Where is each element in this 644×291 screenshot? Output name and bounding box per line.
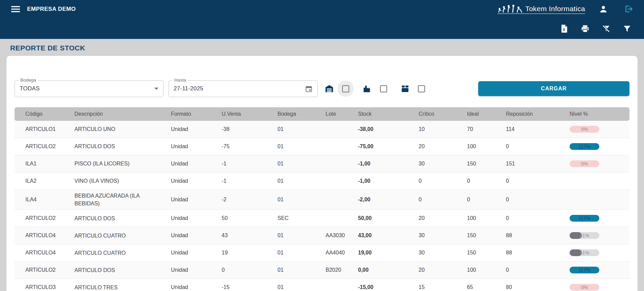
bodega-label: Bodega bbox=[19, 77, 38, 83]
bodega-value: TODAS bbox=[20, 85, 40, 92]
cell-bodega: 01 bbox=[277, 176, 326, 186]
table-header-row: CódigoDescripciónFormatoU.VentaBodegaLot… bbox=[15, 107, 629, 121]
cell-stock: 19,00 bbox=[358, 248, 419, 258]
hasta-date-field[interactable]: Hasta 27-11-2025 bbox=[169, 80, 318, 97]
cell-descripcion: VINO (ILA VINOS) bbox=[74, 175, 171, 187]
cell-lote bbox=[326, 162, 358, 166]
cell-ideal: 150 bbox=[467, 230, 506, 241]
cell-uventa: -2 bbox=[222, 195, 277, 205]
cell-critico: 30 bbox=[419, 230, 467, 241]
cell-ideal: 65 bbox=[467, 282, 506, 291]
brand-name: Tokem Informatica bbox=[525, 5, 585, 13]
cell-codigo: ARTICULO4 bbox=[25, 248, 74, 258]
cell-formato: Unidad bbox=[171, 176, 222, 186]
person-icon bbox=[599, 5, 608, 14]
table-row: ARTICULO3ARTICULO TRESUnidad-1501-15,001… bbox=[15, 279, 629, 291]
cell-nivel: 117% bbox=[570, 213, 629, 224]
page-title: REPORTE DE STOCK bbox=[0, 39, 644, 56]
cell-nivel: 0% bbox=[570, 124, 629, 135]
cell-bodega: SEC bbox=[277, 213, 326, 223]
cell-formato: Unidad bbox=[171, 124, 222, 134]
cell-critico: 20 bbox=[419, 141, 467, 152]
package-checkbox[interactable] bbox=[413, 81, 429, 97]
bodega-select[interactable]: Bodega TODAS bbox=[15, 80, 163, 97]
evolution-logo-icon bbox=[497, 4, 524, 13]
factory-checkbox[interactable] bbox=[375, 81, 392, 97]
table-row: ARTICULO2ARTICULO DOSUnidad-7501-75,0020… bbox=[15, 138, 629, 155]
nivel-progress-pill: 41% bbox=[570, 249, 599, 256]
cell-uventa: -15 bbox=[222, 282, 277, 291]
column-header-stock: Stock bbox=[358, 111, 419, 117]
cell-descripcion: ARTICULO DOS bbox=[74, 140, 171, 152]
cell-stock: -15,00 bbox=[358, 282, 419, 291]
calendar-picker-button[interactable] bbox=[305, 85, 313, 93]
cell-reposicion: 88 bbox=[506, 230, 570, 241]
cell-uventa: 19 bbox=[222, 248, 277, 258]
account-button[interactable] bbox=[597, 2, 610, 16]
cell-stock: 43,00 bbox=[358, 230, 419, 241]
cell-stock: 0,00 bbox=[358, 265, 419, 275]
cell-critico: 15 bbox=[419, 282, 467, 291]
cell-ideal: 100 bbox=[467, 265, 506, 275]
cell-reposicion: 80 bbox=[506, 282, 570, 291]
cell-ideal: 150 bbox=[467, 159, 506, 169]
cell-codigo: ILA2 bbox=[25, 176, 74, 186]
warehouse-checkbox[interactable] bbox=[337, 81, 354, 97]
print-button[interactable] bbox=[578, 22, 592, 36]
excel-export-button[interactable]: x bbox=[557, 22, 571, 36]
column-header-nivel: Nivel % bbox=[570, 111, 629, 117]
cell-descripcion: ARTICULO DOS bbox=[74, 212, 171, 224]
filter-icon bbox=[623, 24, 631, 33]
cell-codigo: ARTICULO2 bbox=[25, 141, 74, 152]
cell-bodega: 01 bbox=[277, 282, 326, 291]
cell-bodega: 01 bbox=[277, 248, 326, 258]
column-header-codigo: Código bbox=[25, 111, 74, 117]
pill-label: 41% bbox=[580, 232, 589, 239]
table-body: ARTICULO1ARTICULO UNOUnidad-3801-38,0010… bbox=[15, 121, 629, 291]
checkbox-icon bbox=[418, 85, 425, 92]
table-row: ILA2VINO (ILA VINOS)Unidad-101-1,00000 bbox=[15, 173, 629, 190]
cell-ideal: 100 bbox=[467, 141, 506, 152]
cell-ideal: 0 bbox=[467, 195, 506, 205]
nivel-progress-pill: 117% bbox=[570, 215, 599, 222]
cell-reposicion: 0 bbox=[506, 141, 570, 152]
cargar-button[interactable]: CARGAR bbox=[478, 81, 629, 96]
filter-clear-button[interactable] bbox=[599, 22, 613, 36]
cell-uventa: 0 bbox=[222, 265, 277, 275]
cell-codigo: ILA4 bbox=[25, 195, 74, 205]
cell-nivel: 0% bbox=[570, 158, 629, 169]
cell-codigo: ARTICULO1 bbox=[25, 124, 74, 134]
cell-descripcion: ARTICULO TRES bbox=[74, 282, 171, 291]
cell-descripcion: ARTICULO CUATRO bbox=[74, 247, 171, 259]
cell-ideal: 70 bbox=[467, 124, 506, 134]
cell-ideal: 0 bbox=[467, 176, 506, 186]
cell-formato: Unidad bbox=[171, 195, 222, 205]
hasta-value: 27-11-2025 bbox=[174, 85, 203, 92]
checkbox-icon bbox=[342, 85, 349, 92]
cell-lote bbox=[326, 179, 358, 183]
table-row: ILA1PISCO (ILA LICORES)Unidad-101-1,0030… bbox=[15, 155, 629, 173]
cell-bodega: 01 bbox=[277, 230, 326, 241]
table-row: ARTICULO2ARTICULO DOSUnidad001B20200,002… bbox=[15, 262, 629, 279]
report-toolbar: x bbox=[0, 18, 644, 39]
brand-logo[interactable]: Tokem Informatica bbox=[497, 4, 585, 14]
menu-icon[interactable] bbox=[9, 2, 22, 16]
column-header-uventa: U.Venta bbox=[222, 111, 277, 117]
filter-button[interactable] bbox=[620, 22, 634, 36]
cell-descripcion: ARTICULO DOS bbox=[74, 264, 171, 276]
cell-uventa: 43 bbox=[222, 230, 277, 241]
nivel-progress-pill: 117% bbox=[570, 143, 599, 150]
cell-uventa: -38 bbox=[222, 124, 277, 134]
cell-descripcion: ARTICULO CUATRO bbox=[74, 230, 171, 242]
cell-stock: -1,00 bbox=[358, 176, 419, 186]
cell-nivel: 0% bbox=[570, 282, 629, 291]
logout-button[interactable] bbox=[622, 2, 635, 16]
cell-lote: AA4040 bbox=[326, 248, 358, 258]
cell-stock: -2,00 bbox=[358, 195, 419, 205]
cell-reposicion: 0 bbox=[506, 176, 570, 186]
hamburger-icon bbox=[11, 6, 20, 13]
factory-icon bbox=[362, 84, 372, 93]
column-header-reposicion: Reposición bbox=[506, 111, 570, 117]
toggle-factory bbox=[362, 81, 392, 97]
cell-critico: 0 bbox=[419, 195, 467, 205]
